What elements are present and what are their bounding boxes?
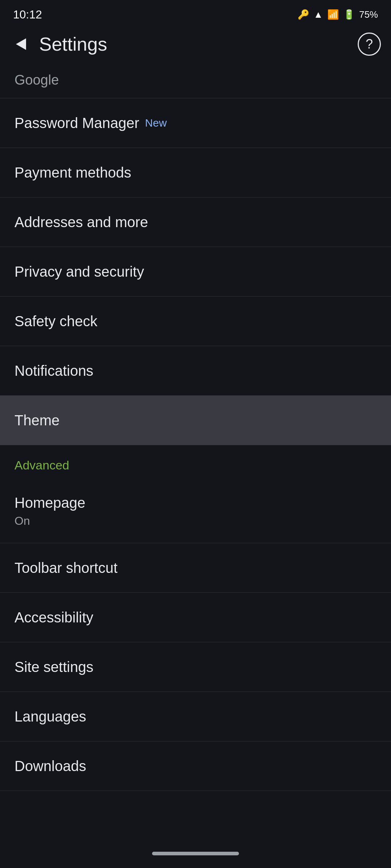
accessibility-label: Accessibility <box>14 608 377 627</box>
privacy-label: Privacy and security <box>14 262 377 281</box>
site-settings-label: Site settings <box>14 658 377 676</box>
vpn-icon: 🔑 <box>298 9 309 20</box>
back-arrow-icon <box>16 38 26 50</box>
help-button[interactable]: ? <box>358 33 381 56</box>
safety-check-label: Safety check <box>14 312 377 331</box>
back-button[interactable] <box>10 33 32 55</box>
password-manager-label: Password Manager <box>14 114 139 132</box>
sidebar-item-payment-methods[interactable]: Payment methods <box>0 148 391 197</box>
settings-list: Google Password Manager New Payment meth… <box>0 62 391 791</box>
notifications-label: Notifications <box>14 361 377 380</box>
sidebar-item-theme[interactable]: Theme <box>0 396 391 445</box>
languages-label: Languages <box>14 707 377 726</box>
sidebar-item-homepage[interactable]: Homepage On <box>0 478 391 543</box>
help-icon: ? <box>366 37 373 52</box>
toolbar-shortcut-label: Toolbar shortcut <box>14 558 377 577</box>
status-icons: 🔑 ▲ 📶 🔋 75% <box>298 9 378 20</box>
sidebar-item-accessibility[interactable]: Accessibility <box>0 593 391 642</box>
sidebar-item-site-settings[interactable]: Site settings <box>0 642 391 692</box>
addresses-label: Addresses and more <box>14 213 377 231</box>
sidebar-item-downloads[interactable]: Downloads <box>0 741 391 791</box>
signal-icon: 📶 <box>327 9 339 20</box>
homepage-subtitle: On <box>14 514 377 528</box>
advanced-label: Advanced <box>14 458 69 472</box>
sidebar-item-languages[interactable]: Languages <box>0 692 391 741</box>
status-bar: 10:12 🔑 ▲ 📶 🔋 75% <box>0 0 391 26</box>
homepage-label: Homepage <box>14 493 377 512</box>
password-manager-title-row: Password Manager New <box>14 114 377 132</box>
battery-icon: 🔋 <box>343 9 355 20</box>
payment-methods-label: Payment methods <box>14 163 377 182</box>
google-label: Google <box>14 72 59 88</box>
theme-label: Theme <box>14 411 377 430</box>
sidebar-item-addresses[interactable]: Addresses and more <box>0 197 391 247</box>
advanced-section-header: Advanced <box>0 445 391 478</box>
toolbar: Settings ? <box>0 26 391 62</box>
wifi-icon: ▲ <box>314 9 323 20</box>
downloads-label: Downloads <box>14 757 377 775</box>
sidebar-item-toolbar-shortcut[interactable]: Toolbar shortcut <box>0 543 391 593</box>
nav-home-indicator <box>152 852 239 855</box>
sidebar-item-notifications[interactable]: Notifications <box>0 346 391 396</box>
page-title: Settings <box>39 33 350 55</box>
password-manager-badge: New <box>145 117 167 129</box>
google-item[interactable]: Google <box>0 62 391 98</box>
sidebar-item-safety-check[interactable]: Safety check <box>0 297 391 346</box>
sidebar-item-privacy[interactable]: Privacy and security <box>0 247 391 297</box>
sidebar-item-password-manager[interactable]: Password Manager New <box>0 98 391 148</box>
battery-level: 75% <box>359 9 378 20</box>
status-time: 10:12 <box>13 8 42 21</box>
navigation-bar <box>0 839 391 868</box>
